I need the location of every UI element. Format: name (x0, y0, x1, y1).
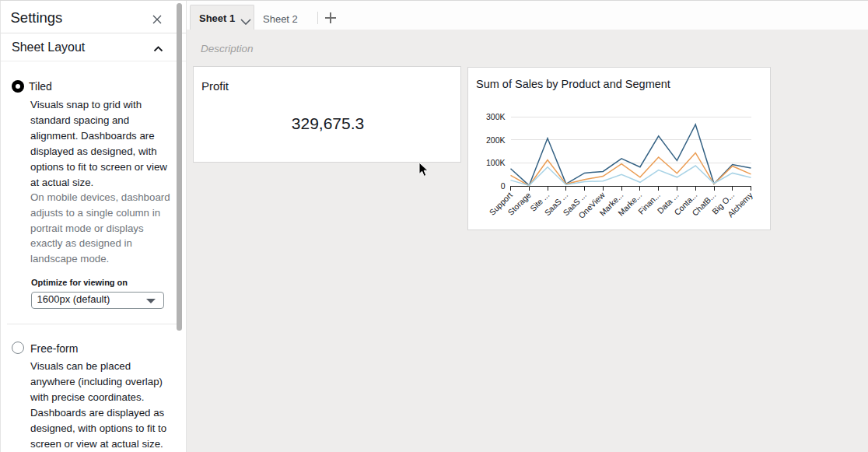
svg-text:100K: 100K (486, 158, 506, 167)
svg-text:300K: 300K (486, 112, 506, 121)
svg-text:200K: 200K (486, 135, 506, 145)
svg-text:0: 0 (501, 181, 506, 191)
